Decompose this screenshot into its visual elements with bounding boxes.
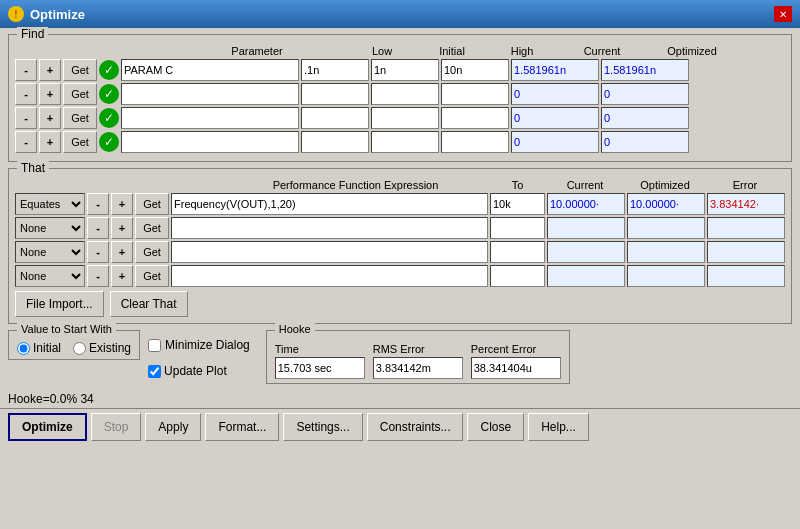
find-row3-optimized[interactable] [601, 107, 689, 129]
that-row3-relation[interactable]: None [15, 241, 85, 263]
minimize-dialog-label: Minimize Dialog [165, 338, 250, 352]
that-row4-plus[interactable]: + [111, 265, 133, 287]
that-row1-error[interactable] [707, 193, 785, 215]
find-row1-low[interactable] [301, 59, 369, 81]
that-row3-optimized[interactable] [627, 241, 705, 263]
that-row2-current[interactable] [547, 217, 625, 239]
initial-radio[interactable] [17, 342, 30, 355]
that-row2-optimized[interactable] [627, 217, 705, 239]
that-row3-error[interactable] [707, 241, 785, 263]
find-row3-current[interactable] [511, 107, 599, 129]
hooke-rms-label: RMS Error [373, 343, 463, 355]
find-row4-initial[interactable] [371, 131, 439, 153]
find-row2-low[interactable] [301, 83, 369, 105]
find-row4-high[interactable] [441, 131, 509, 153]
that-row2-get[interactable]: Get [135, 217, 169, 239]
that-row1-relation[interactable]: Equates None [15, 193, 85, 215]
that-row1-to[interactable] [490, 193, 545, 215]
hooke-time-label: Time [275, 343, 365, 355]
help-button[interactable]: Help... [528, 413, 589, 441]
that-row3-to[interactable] [490, 241, 545, 263]
that-row4-current[interactable] [547, 265, 625, 287]
find-row2-current[interactable] [511, 83, 599, 105]
hooke-percent-value[interactable] [471, 357, 561, 379]
that-row1-minus[interactable]: - [87, 193, 109, 215]
find-row4-current[interactable] [511, 131, 599, 153]
that-row4-relation[interactable]: None [15, 265, 85, 287]
find-row1-current[interactable] [511, 59, 599, 81]
title-bar: ! Optimize ✕ [0, 0, 800, 28]
that-row3-minus[interactable]: - [87, 241, 109, 263]
find-row1-optimized[interactable] [601, 59, 689, 81]
find-row2-minus[interactable]: - [15, 83, 37, 105]
find-row4-param[interactable] [121, 131, 299, 153]
find-row2-param[interactable] [121, 83, 299, 105]
find-row2-plus[interactable]: + [39, 83, 61, 105]
that-row3-perfunc[interactable] [171, 241, 488, 263]
hooke-group: Hooke Time RMS Error Percent Error [266, 330, 570, 384]
find-row4-get[interactable]: Get [63, 131, 97, 153]
existing-radio-label[interactable]: Existing [73, 341, 131, 355]
that-row1-perfunc[interactable] [171, 193, 488, 215]
find-row1-minus[interactable]: - [15, 59, 37, 81]
settings-button[interactable]: Settings... [283, 413, 362, 441]
that-row2-relation[interactable]: None [15, 217, 85, 239]
window-title: Optimize [30, 7, 85, 22]
that-row4-get[interactable]: Get [135, 265, 169, 287]
format-button[interactable]: Format... [205, 413, 279, 441]
minimize-dialog-checkbox[interactable] [148, 339, 161, 352]
existing-radio[interactable] [73, 342, 86, 355]
that-row2-perfunc[interactable] [171, 217, 488, 239]
find-row4-minus[interactable]: - [15, 131, 37, 153]
find-row3-minus[interactable]: - [15, 107, 37, 129]
that-row2-to[interactable] [490, 217, 545, 239]
find-row3-get[interactable]: Get [63, 107, 97, 129]
find-row4-optimized[interactable] [601, 131, 689, 153]
find-row4-low[interactable] [301, 131, 369, 153]
find-row3-low[interactable] [301, 107, 369, 129]
find-row3-param[interactable] [121, 107, 299, 129]
close-button[interactable]: Close [467, 413, 524, 441]
initial-radio-label[interactable]: Initial [17, 341, 61, 355]
find-row1-get[interactable]: Get [63, 59, 97, 81]
that-row2-plus[interactable]: + [111, 217, 133, 239]
find-row2-high[interactable] [441, 83, 509, 105]
that-row4-minus[interactable]: - [87, 265, 109, 287]
that-row3-get[interactable]: Get [135, 241, 169, 263]
that-row4-error[interactable] [707, 265, 785, 287]
find-row1-high[interactable] [441, 59, 509, 81]
that-row3-plus[interactable]: + [111, 241, 133, 263]
that-row2-error[interactable] [707, 217, 785, 239]
that-row1-plus[interactable]: + [111, 193, 133, 215]
that-row4-perfunc[interactable] [171, 265, 488, 287]
find-row3-initial[interactable] [371, 107, 439, 129]
that-row4-to[interactable] [490, 265, 545, 287]
find-row1-initial[interactable] [371, 59, 439, 81]
update-plot-checkbox[interactable] [148, 365, 161, 378]
find-row3-plus[interactable]: + [39, 107, 61, 129]
that-row1-optimized[interactable] [627, 193, 705, 215]
find-row1-param[interactable] [121, 59, 299, 81]
file-import-button[interactable]: File Import... [15, 291, 104, 317]
find-row4-plus[interactable]: + [39, 131, 61, 153]
hooke-rms-value[interactable] [373, 357, 463, 379]
find-row2-initial[interactable] [371, 83, 439, 105]
hooke-time-value[interactable] [275, 357, 365, 379]
apply-button[interactable]: Apply [145, 413, 201, 441]
constraints-button[interactable]: Constraints... [367, 413, 464, 441]
find-row1-plus[interactable]: + [39, 59, 61, 81]
find-row3-high[interactable] [441, 107, 509, 129]
close-window-button[interactable]: ✕ [774, 6, 792, 22]
find-row2-get[interactable]: Get [63, 83, 97, 105]
that-row3-current[interactable] [547, 241, 625, 263]
optimize-button[interactable]: Optimize [8, 413, 87, 441]
stop-button[interactable]: Stop [91, 413, 142, 441]
clear-that-button[interactable]: Clear That [110, 291, 188, 317]
that-row1-current[interactable] [547, 193, 625, 215]
that-row1-get[interactable]: Get [135, 193, 169, 215]
that-row4-optimized[interactable] [627, 265, 705, 287]
that-row2-minus[interactable]: - [87, 217, 109, 239]
find-row2-optimized[interactable] [601, 83, 689, 105]
initial-header: Initial [417, 45, 487, 57]
value-start-label: Value to Start With [17, 323, 116, 335]
